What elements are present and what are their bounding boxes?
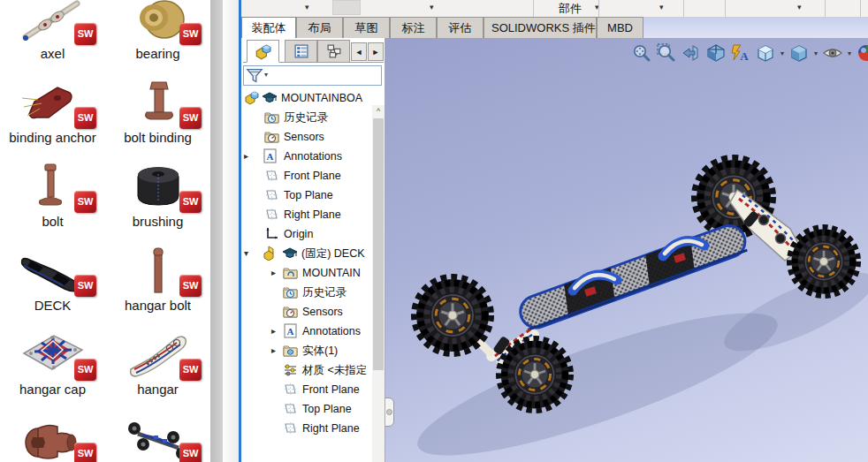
feature-manager-tab-bar: ◄ ►	[243, 40, 384, 63]
tree-item-history[interactable]: 历史记录	[241, 283, 374, 302]
tab-evaluate[interactable]: 评估	[437, 17, 483, 38]
explorer-item-label: bearing	[98, 46, 210, 61]
command-toolbar-row: ▾ ▾ ▾ ▾ ▾ 部件	[241, 0, 868, 17]
explorer-item-mountainboard[interactable]: SW	[105, 411, 210, 462]
origin-icon	[264, 226, 279, 241]
explorer-item-label: DECK	[0, 298, 112, 313]
plane-icon	[264, 187, 279, 202]
explorer-item-binding-anchor[interactable]: SW binding anchor	[0, 75, 105, 159]
tree-item-sensors[interactable]: Sensors	[241, 127, 374, 147]
component-button[interactable]: 部件	[545, 1, 595, 17]
plane-icon	[283, 382, 298, 397]
panel-splitter-handle[interactable]	[385, 398, 394, 427]
toolbar-separator	[598, 0, 599, 17]
tree-item-label: 实体(1)	[302, 341, 338, 360]
tab-propertymanager[interactable]	[285, 40, 317, 63]
tree-item-label: 材质 <未指定	[302, 360, 367, 380]
tree-item-label: Annotations	[302, 322, 361, 341]
mate-folder-icon	[283, 265, 298, 280]
tree-item-right-plane[interactable]: Right Plane	[241, 419, 374, 438]
tree-item-mountain-folder[interactable]: ▸ MOUNTAIN	[241, 263, 374, 283]
tree-item-front-plane[interactable]: Front Plane	[241, 380, 374, 399]
tree-item-sensors[interactable]: Sensors	[241, 302, 374, 322]
expand-arrow-icon[interactable]: ▸	[271, 263, 280, 283]
tab-markup[interactable]: 标注	[390, 17, 437, 38]
annotations-icon	[263, 148, 278, 163]
tree-item-history[interactable]: 历史记录	[241, 108, 374, 127]
tab-featuremanager[interactable]	[247, 40, 279, 63]
solidworks-file-badge: SW	[74, 359, 96, 381]
dropdown-caret-icon[interactable]: ▾	[305, 3, 309, 11]
expand-arrow-icon[interactable]: ▸	[244, 147, 253, 166]
panel-tab-scroll-right-button[interactable]: ►	[368, 42, 384, 61]
sensors-folder-icon	[283, 304, 298, 319]
tree-item-top-plane[interactable]: Top Plane	[241, 399, 374, 419]
dropdown-caret-icon[interactable]: ▾	[797, 3, 802, 11]
explorer-item-bolt-binding[interactable]: SW bolt binding	[105, 75, 210, 159]
history-folder-icon	[283, 284, 298, 299]
explorer-item-bolt[interactable]: SW bolt	[0, 159, 105, 243]
explorer-item-hangar[interactable]: SW hangar	[105, 327, 210, 411]
graphics-viewport[interactable]: ▾ ▾ ▾	[385, 38, 868, 462]
tree-item-annotations[interactable]: ▸ Annotations	[241, 322, 374, 341]
tree-scrollbar-thumb[interactable]	[373, 118, 384, 370]
solidworks-file-badge: SW	[74, 443, 96, 462]
tree-item-label: 历史记录	[284, 108, 328, 127]
parts-explorer-panel: SW axel SW bearing SW binding anchor SW …	[0, 0, 210, 462]
tab-layout[interactable]: 布局	[296, 17, 343, 38]
explorer-item-brushing[interactable]: SW brushing	[105, 159, 210, 243]
explorer-item-bearing[interactable]: SW bearing	[105, 0, 210, 75]
explorer-item-deck[interactable]: SW DECK	[0, 243, 105, 327]
explorer-item-hangar-cap[interactable]: SW hangar cap	[0, 327, 105, 411]
tree-item-label: Right Plane	[302, 419, 360, 438]
sensors-folder-icon	[264, 129, 279, 144]
expand-arrow-icon[interactable]: ▸	[271, 322, 280, 341]
plane-icon	[264, 207, 279, 222]
plane-icon	[264, 168, 279, 183]
tree-item-material[interactable]: 材质 <未指定	[241, 360, 374, 380]
tree-item-right-plane[interactable]: Right Plane	[241, 205, 374, 224]
expand-arrow-icon[interactable]: ▸	[271, 341, 280, 360]
tree-item-top-plane[interactable]: Top Plane	[241, 186, 374, 205]
explorer-item-label: hangar cap	[0, 382, 112, 397]
explorer-item-hangar-bolt[interactable]: SW hangar bolt	[105, 243, 210, 327]
dropdown-caret-icon[interactable]: ▾	[659, 3, 664, 11]
mountainboard-3d-model[interactable]	[385, 38, 868, 462]
panel-tab-scroll-left-button[interactable]: ◄	[351, 42, 367, 61]
tree-item-label: Front Plane	[284, 166, 341, 186]
solidworks-file-badge: SW	[179, 275, 202, 297]
tree-scrollbar[interactable]: ^	[372, 105, 385, 462]
tree-item-origin[interactable]: Origin	[241, 224, 374, 244]
history-folder-icon	[264, 110, 279, 125]
tab-configurationmanager[interactable]	[317, 40, 350, 63]
explorer-item-spool[interactable]: SW	[0, 411, 105, 462]
explorer-grid: SW axel SW bearing SW binding anchor SW …	[0, 0, 210, 462]
tree-item-fixed-deck[interactable]: ▾ (固定) DECK	[241, 244, 374, 263]
dropdown-caret-icon[interactable]: ▾	[430, 3, 434, 11]
filter-caret-icon[interactable]: ▾	[264, 71, 268, 79]
assembly-icon	[244, 90, 259, 105]
tree-item-front-plane[interactable]: Front Plane	[241, 166, 374, 186]
filter-funnel-icon[interactable]	[246, 67, 263, 85]
scroll-up-button[interactable]: ^	[372, 105, 385, 118]
tree-item-solid-bodies[interactable]: ▸ 实体(1)	[241, 341, 374, 360]
tree-filter-box[interactable]: ▾	[243, 65, 382, 86]
tab-mbd[interactable]: MBD	[597, 17, 643, 38]
feature-tree: MOUNTAINBOA 历史记录 Sensors ▸ Annotations F…	[241, 88, 374, 462]
tree-item-label: Origin	[284, 224, 313, 244]
tree-item-annotations[interactable]: ▸ Annotations	[241, 147, 374, 166]
tree-item-label: Sensors	[284, 127, 324, 147]
deck[interactable]	[516, 221, 750, 331]
tab-solidworks-addins[interactable]: SOLIDWORKS 插件	[483, 17, 597, 38]
tab-assembly[interactable]: 装配体	[241, 17, 296, 38]
toolbar-separator	[725, 0, 726, 17]
explorer-item-label: hangar bolt	[98, 298, 210, 313]
toolbar-button-partial[interactable]	[332, 0, 361, 15]
tree-item-mountainboard-assembly[interactable]: MOUNTAINBOA	[241, 88, 374, 108]
explorer-scrollbar[interactable]	[210, 0, 223, 462]
solidworks-file-badge: SW	[179, 359, 202, 381]
expand-arrow-icon[interactable]: ▾	[244, 244, 253, 263]
tree-item-label: 历史记录	[302, 283, 346, 302]
tab-sketch[interactable]: 草图	[343, 17, 390, 38]
explorer-item-axel[interactable]: SW axel	[0, 0, 105, 75]
